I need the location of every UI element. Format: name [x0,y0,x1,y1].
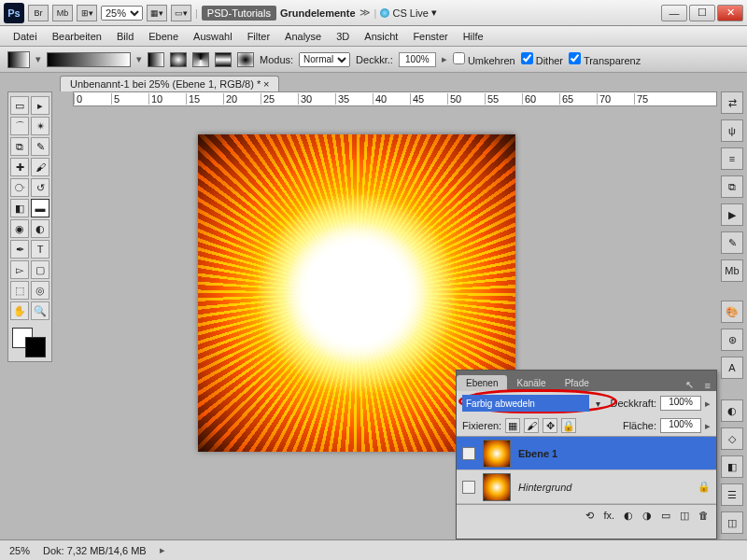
zoom-tool[interactable]: 🔍 [31,301,49,320]
opacity-input[interactable] [399,52,436,67]
panel-icon-color[interactable]: 🎨 [721,301,743,323]
maximize-button[interactable]: ☐ [689,5,715,21]
lock-paint-icon[interactable]: 🖌 [524,418,539,433]
marquee-tool[interactable]: ▭ [10,96,29,115]
panel-icon-adjust[interactable]: ◐ [721,399,743,422]
panel-icon-channels[interactable]: ☰ [721,483,743,506]
visibility-icon[interactable] [462,481,475,494]
flache-input[interactable]: 100% [660,418,701,433]
panel-icon-actions[interactable]: ▶ [721,203,743,226]
adjustment-icon[interactable]: ◑ [642,510,652,522]
menu-hilfe[interactable]: Hilfe [456,28,491,45]
type-tool[interactable]: T [31,240,49,259]
panel-icon-nav[interactable]: ⧉ [721,175,743,198]
panel-icon-brush[interactable]: ψ [721,119,743,142]
gradient-diamond-icon[interactable] [237,52,254,67]
background-color[interactable] [25,337,46,357]
gradient-angle-icon[interactable] [192,52,209,67]
visibility-icon[interactable] [462,447,475,460]
layer-row-hintergrund[interactable]: Hintergrund 🔒 [457,470,716,504]
color-swatches[interactable] [10,328,49,357]
layer-thumbnail[interactable] [483,440,511,468]
minimize-button[interactable]: — [661,5,687,21]
menu-bild[interactable]: Bild [109,28,141,45]
panel-icon-presets[interactable]: ✎ [721,231,743,254]
panel-icon-masks[interactable]: ◇ [721,427,743,450]
layer-blendmode-select[interactable]: Farbig abwedeln [462,395,589,412]
document-tab[interactable]: Unbenannt-1 bei 25% (Ebene 1, RGB/8) * × [60,76,279,91]
gradient-preview[interactable] [7,51,30,68]
close-button[interactable]: ✕ [717,5,743,21]
tab-pfade[interactable]: Pfade [556,375,599,391]
view-extras-button[interactable]: ⊞▾ [77,5,97,21]
deckkraft-input[interactable]: 100% [660,396,701,411]
panel-icon-clone[interactable]: ≡ [721,147,743,170]
arrange-button[interactable]: ▦▾ [147,5,167,21]
shape-tool[interactable]: ▢ [31,260,49,279]
menu-fenster[interactable]: Fenster [405,28,455,45]
dither-check[interactable]: Dither [521,52,563,66]
gradient-tool[interactable]: ▬ [31,199,49,217]
transparenz-check[interactable]: Transparenz [569,52,641,66]
menu-analyse[interactable]: Analyse [277,28,329,45]
lock-all-icon[interactable]: 🔒 [561,418,576,433]
gradient-radial-icon[interactable] [170,52,187,67]
lock-pixels-icon[interactable]: ▦ [505,418,520,433]
dodge-tool[interactable]: ◐ [31,219,49,238]
status-menu-icon[interactable]: ▸ [160,544,165,556]
close-tab-icon[interactable]: × [263,78,269,90]
menu-datei[interactable]: Datei [6,28,45,45]
wand-tool[interactable]: ✴ [31,117,49,135]
menu-ebene[interactable]: Ebene [141,28,186,45]
menu-filter[interactable]: Filter [240,28,277,45]
tab-ebenen[interactable]: Ebenen [457,375,507,391]
panel-icon-paths[interactable]: ◫ [721,511,743,534]
heal-tool[interactable]: ✚ [10,158,29,176]
link-icon[interactable]: ⟲ [585,510,594,522]
cslive-button[interactable]: CS Live ▾ [380,7,437,19]
panel-icon-styles[interactable]: A [721,357,743,379]
gradient-picker[interactable] [47,52,131,67]
group-icon[interactable]: ▭ [661,510,670,522]
panel-icon-minibridge[interactable]: Mb [721,259,743,282]
layer-name[interactable]: Ebene 1 [518,448,557,459]
blendmode-select[interactable]: Normal [299,52,350,67]
mask-icon[interactable]: ◐ [624,510,633,522]
eyedropper-tool[interactable]: ✎ [31,137,49,156]
menu-ansicht[interactable]: Ansicht [357,28,405,45]
breadcrumb-doc[interactable]: Grundelemente [280,7,356,19]
panel-icon-swatches[interactable]: ⊛ [721,329,743,351]
brush-tool[interactable]: 🖌 [31,158,49,176]
history-brush-tool[interactable]: ↺ [31,178,49,197]
tab-kanale[interactable]: Kanäle [507,375,555,391]
menu-bearbeiten[interactable]: Bearbeiten [45,28,109,45]
breadcrumb-tutorials[interactable]: PSD-Tutorials [202,6,276,21]
path-tool[interactable]: ▻ [10,260,29,279]
panel-menu-icon[interactable]: ≡ [699,380,716,391]
minibridge-button[interactable]: Mb [52,5,73,21]
status-zoom[interactable]: 25% [9,545,30,556]
3d-tool[interactable]: ⬚ [10,281,29,300]
gradient-reflected-icon[interactable] [215,52,232,67]
layer-row-ebene1[interactable]: Ebene 1 [457,437,716,470]
eraser-tool[interactable]: ◧ [10,199,29,217]
chevron-right-icon[interactable]: ≫ [359,7,371,19]
screenmode-button[interactable]: ▭▾ [171,5,191,21]
status-docsize[interactable]: Dok: 7,32 MB/14,6 MB [43,545,147,556]
menu-auswahl[interactable]: Auswahl [186,28,240,45]
bridge-button[interactable]: Br [28,5,49,21]
fx-icon[interactable]: fx. [603,510,614,521]
umkehren-check[interactable]: Umkehren [453,52,515,66]
trash-icon[interactable]: 🗑 [698,510,709,521]
blur-tool[interactable]: ◉ [10,219,29,238]
panel-icon-layers[interactable]: ◧ [721,455,743,478]
layer-name[interactable]: Hintergrund [518,482,571,493]
stamp-tool[interactable]: ⧂ [10,178,29,197]
crop-tool[interactable]: ⧉ [10,137,29,156]
layer-thumbnail[interactable] [483,473,511,501]
gradient-linear-icon[interactable] [148,52,164,67]
3d-camera-tool[interactable]: ◎ [31,281,49,300]
pen-tool[interactable]: ✒ [10,240,29,259]
lock-move-icon[interactable]: ✥ [543,418,557,433]
menu-3d[interactable]: 3D [329,28,357,45]
